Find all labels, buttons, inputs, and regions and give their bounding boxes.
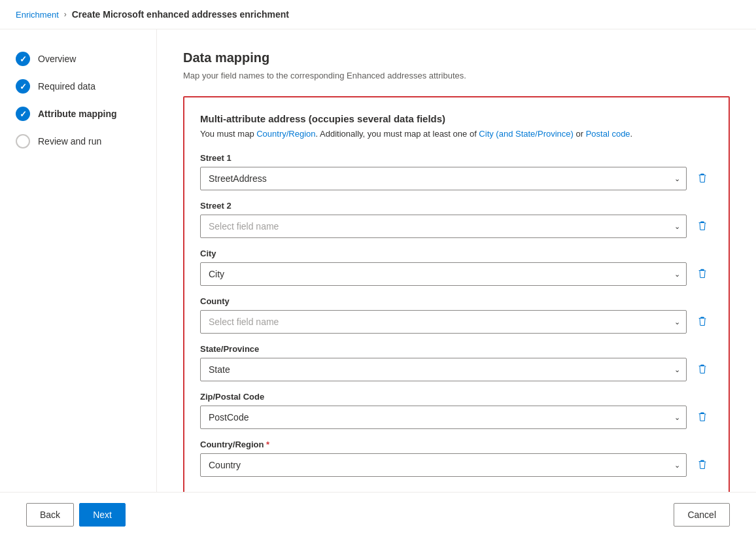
check-icon-3: ✓ <box>20 109 27 119</box>
delete-button-street2[interactable] <box>692 216 713 237</box>
step-circle-attribute-mapping: ✓ <box>16 107 30 121</box>
sidebar-item-required-data[interactable]: ✓ Required data <box>0 73 156 100</box>
sidebar-label-attribute-mapping: Attribute mapping <box>38 109 117 119</box>
field-row-county: Select field name⌄ <box>200 310 713 334</box>
field-label-country-region: Country/Region * <box>200 440 713 449</box>
check-icon-2: ✓ <box>20 82 27 92</box>
breadcrumb-separator: › <box>64 10 67 19</box>
sidebar-label-overview: Overview <box>38 54 76 64</box>
subtitle-link-country[interactable]: Country/Region <box>256 129 315 139</box>
field-label-state-province: State/Province <box>200 344 713 354</box>
select-wrapper-county: Select field name⌄ <box>200 310 687 334</box>
main-layout: ✓ Overview ✓ Required data ✓ Attribute m… <box>0 29 756 537</box>
field-group-street1: Street 1StreetAddressStreetAddress⌄ <box>200 153 713 190</box>
field-row-state-province: StateState⌄ <box>200 358 713 381</box>
breadcrumb: Enrichment › Create Microsoft enhanced a… <box>0 0 756 29</box>
field-label-county: County <box>200 296 713 306</box>
select-street2[interactable]: Select field name <box>200 215 687 238</box>
field-label-zip-postal: Zip/Postal Code <box>200 392 713 402</box>
delete-button-city[interactable] <box>692 264 713 285</box>
subtitle-middle: . Additionally, you must map at least on… <box>316 129 479 139</box>
step-circle-overview: ✓ <box>16 52 30 66</box>
select-wrapper-city: CityCity⌄ <box>200 262 687 286</box>
field-row-street1: StreetAddressStreetAddress⌄ <box>200 167 713 190</box>
select-wrapper-zip-postal: PostCodePostCode⌄ <box>200 406 687 429</box>
breadcrumb-current: Create Microsoft enhanced addresses enri… <box>72 9 289 20</box>
select-wrapper-street1: StreetAddressStreetAddress⌄ <box>200 167 687 190</box>
breadcrumb-link[interactable]: Enrichment <box>16 10 59 20</box>
check-icon: ✓ <box>20 54 27 64</box>
subtitle-end: or <box>574 129 586 139</box>
select-zip-postal[interactable]: PostCodePostCode <box>200 406 687 429</box>
field-label-street2: Street 2 <box>200 201 713 211</box>
footer-left-buttons: Back Next <box>26 503 126 527</box>
delete-button-street1[interactable] <box>692 168 713 189</box>
delete-button-county[interactable] <box>692 311 713 332</box>
step-circle-review-run <box>16 134 30 148</box>
select-city[interactable]: CityCity <box>200 262 687 286</box>
page-subtitle: Map your field names to the correspondin… <box>183 71 730 80</box>
subtitle-period: . <box>630 129 633 139</box>
cancel-button[interactable]: Cancel <box>674 503 730 527</box>
content-area: Data mapping Map your field names to the… <box>157 29 756 537</box>
sidebar-item-overview[interactable]: ✓ Overview <box>0 45 156 73</box>
field-row-street2: Select field name⌄ <box>200 215 713 238</box>
subtitle-link-city[interactable]: City (and State/Province) <box>479 129 574 139</box>
step-circle-required-data: ✓ <box>16 79 30 94</box>
delete-button-state-province[interactable] <box>692 359 713 380</box>
delete-button-zip-postal[interactable] <box>692 407 713 428</box>
select-wrapper-country-region: CountryCountry⌄ <box>200 453 687 477</box>
mapping-card: Multi-attribute address (occupies severa… <box>183 96 730 521</box>
field-label-street1: Street 1 <box>200 153 713 163</box>
subtitle-plain: You must map <box>200 129 256 139</box>
field-group-state-province: State/ProvinceStateState⌄ <box>200 344 713 381</box>
field-label-city: City <box>200 249 713 258</box>
fields-container: Street 1StreetAddressStreetAddress⌄Stree… <box>200 153 713 477</box>
sidebar-label-required-data: Required data <box>38 81 95 92</box>
sidebar: ✓ Overview ✓ Required data ✓ Attribute m… <box>0 29 157 537</box>
field-row-country-region: CountryCountry⌄ <box>200 453 713 477</box>
field-group-county: CountySelect field name⌄ <box>200 296 713 334</box>
page-title: Data mapping <box>183 50 730 65</box>
field-group-country-region: Country/Region *CountryCountry⌄ <box>200 440 713 477</box>
sidebar-item-attribute-mapping[interactable]: ✓ Attribute mapping <box>0 100 156 128</box>
next-button[interactable]: Next <box>79 503 126 527</box>
field-row-city: CityCity⌄ <box>200 262 713 286</box>
select-country-region[interactable]: CountryCountry <box>200 453 687 477</box>
select-county[interactable]: Select field name <box>200 310 687 334</box>
select-state-province[interactable]: StateState <box>200 358 687 381</box>
footer-bar: Back Next Cancel <box>0 492 756 537</box>
select-street1[interactable]: StreetAddressStreetAddress <box>200 167 687 190</box>
delete-button-country-region[interactable] <box>692 455 713 476</box>
back-button[interactable]: Back <box>26 503 74 527</box>
card-subtitle: You must map Country/Region. Additionall… <box>200 128 713 140</box>
field-group-zip-postal: Zip/Postal CodePostCodePostCode⌄ <box>200 392 713 429</box>
footer-right-buttons: Cancel <box>674 503 730 527</box>
field-group-street2: Street 2Select field name⌄ <box>200 201 713 238</box>
field-row-zip-postal: PostCodePostCode⌄ <box>200 406 713 429</box>
subtitle-link-postal[interactable]: Postal code <box>586 129 630 139</box>
field-group-city: CityCityCity⌄ <box>200 249 713 286</box>
sidebar-label-review-run: Review and run <box>38 136 101 147</box>
select-wrapper-street2: Select field name⌄ <box>200 215 687 238</box>
sidebar-item-review-run[interactable]: Review and run <box>0 128 156 155</box>
card-title: Multi-attribute address (occupies severa… <box>200 113 713 124</box>
select-wrapper-state-province: StateState⌄ <box>200 358 687 381</box>
